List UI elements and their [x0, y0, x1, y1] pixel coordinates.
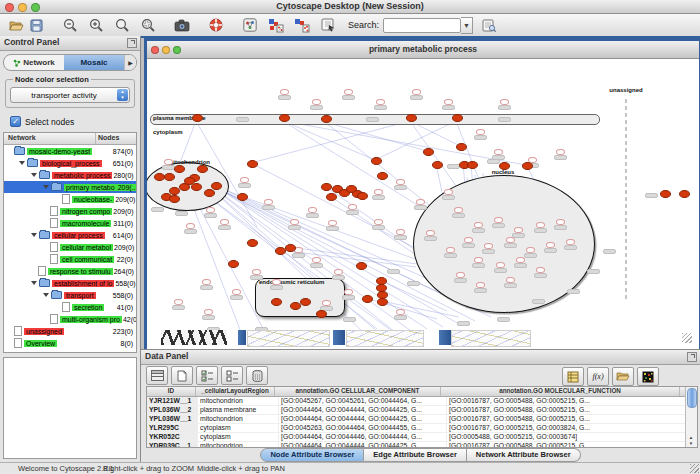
float-panel-icon[interactable] [127, 38, 137, 48]
selected-gene-node[interactable] [300, 298, 311, 306]
tree-column-nodes[interactable]: Nodes [95, 133, 136, 144]
apply-layout-alt-button[interactable] [292, 16, 312, 34]
selected-gene-node[interactable] [184, 177, 195, 185]
selected-gene-node[interactable] [456, 143, 467, 151]
selected-gene-node[interactable] [247, 239, 258, 247]
tree-row[interactable]: cellular metabol209(0) [4, 241, 136, 253]
import-attributes-button[interactable] [612, 367, 634, 386]
expander-icon[interactable] [43, 185, 49, 189]
expander-icon[interactable] [31, 281, 37, 285]
selected-gene-node[interactable] [285, 244, 296, 252]
tree-row[interactable]: biological_process651(0) [4, 157, 136, 169]
expander-icon[interactable] [31, 173, 37, 177]
tree-row[interactable]: establishment of lo558(0) [4, 277, 136, 289]
background-window-fragment[interactable] [439, 330, 451, 345]
selected-gene-node[interactable] [326, 193, 337, 201]
scrollbar-thumb[interactable] [687, 388, 697, 408]
selected-gene-node[interactable] [154, 173, 165, 181]
selected-gene-node[interactable] [357, 192, 368, 200]
tree-row[interactable]: macromolecule311(0) [4, 217, 136, 229]
selected-gene-node[interactable] [660, 190, 671, 198]
zoom-fit-button[interactable] [112, 16, 132, 34]
background-window-fragment[interactable] [247, 330, 330, 347]
select-all-attributes-button[interactable] [196, 366, 218, 385]
selected-gene-node[interactable] [204, 189, 215, 197]
selected-gene-node[interactable] [356, 262, 367, 270]
selected-gene-node[interactable] [279, 114, 290, 122]
tree-row[interactable]: secretion41(0) [4, 301, 136, 313]
tree-row[interactable]: nucleobase-209(0) [4, 193, 136, 205]
selected-gene-node[interactable] [362, 295, 373, 303]
selected-gene-node[interactable] [377, 298, 388, 306]
selected-gene-node[interactable] [371, 157, 382, 165]
tab-network-attribute-browser[interactable]: Network Attribute Browser [467, 448, 581, 462]
selected-gene-node[interactable] [237, 193, 248, 201]
float-data-panel-icon[interactable] [687, 352, 697, 362]
expander-icon[interactable] [31, 233, 37, 237]
window-resize-grip[interactable] [682, 333, 692, 343]
selected-gene-node[interactable] [499, 162, 510, 170]
zoom-in-button[interactable] [86, 16, 106, 34]
select-nodes-checkbox[interactable]: ✓ [10, 116, 21, 127]
open-session-button[interactable] [6, 16, 26, 34]
selected-gene-node[interactable] [271, 298, 282, 306]
background-window-fragment[interactable] [161, 330, 227, 345]
more-tabs-button[interactable]: ▶ [124, 55, 136, 70]
expander-icon[interactable] [43, 293, 49, 297]
column-id[interactable]: ID [147, 387, 196, 396]
selected-gene-node[interactable] [406, 114, 417, 122]
network-window-titlebar[interactable]: primary metabolic process [147, 41, 699, 59]
advanced-search-button[interactable] [479, 16, 499, 34]
tab-edge-attribute-browser[interactable]: Edge Attribute Browser [364, 448, 466, 462]
expander-icon[interactable] [19, 161, 25, 165]
tree-row[interactable]: multi-organism pro42(0) [4, 313, 136, 325]
apply-layout-button[interactable] [266, 16, 286, 34]
create-attribute-button[interactable] [171, 366, 193, 385]
selected-gene-node[interactable] [377, 172, 388, 180]
tree-row[interactable]: mosaic-demo-yeast874(0) [4, 145, 136, 157]
help-button[interactable] [206, 16, 226, 34]
save-session-button[interactable] [26, 16, 46, 34]
selected-gene-node[interactable] [452, 114, 463, 122]
background-window-fragment[interactable] [333, 330, 345, 345]
select-attributes-button[interactable] [146, 366, 168, 385]
tab-network[interactable]: Network [4, 55, 64, 70]
selected-gene-node[interactable] [169, 195, 180, 203]
matrix-view-button[interactable] [637, 367, 659, 386]
column-cellular-layout-region[interactable]: _cellularLayoutRegion [196, 387, 275, 396]
tab-mosaic[interactable]: Mosaic [64, 55, 124, 70]
selected-gene-node[interactable] [290, 302, 301, 310]
table-row[interactable]: YKR052Ccytoplasm[GO:0044464, GO:0044446,… [147, 433, 697, 442]
selected-gene-node[interactable] [228, 260, 239, 268]
tab-node-attribute-browser[interactable]: Node Attribute Browser [260, 448, 364, 462]
tree-row[interactable]: unassigned223(0) [4, 325, 136, 337]
selected-gene-node[interactable] [197, 165, 208, 173]
app-resize-grip[interactable] [690, 464, 699, 473]
selected-gene-node[interactable] [174, 165, 185, 173]
tree-column-network[interactable]: Network [4, 133, 95, 144]
tree-row[interactable]: cell communicat22(0) [4, 253, 136, 265]
attribute-editor-button[interactable] [562, 367, 584, 386]
selected-gene-node[interactable] [192, 114, 203, 122]
tree-row[interactable]: metabolic process280(0) [4, 169, 136, 181]
birds-eye-view[interactable] [3, 357, 137, 459]
zoom-out-button[interactable] [60, 16, 80, 34]
table-scrollbar[interactable]: ▲▼ [685, 387, 697, 447]
tree-row[interactable]: transport558(0) [4, 289, 136, 301]
network-overview-button[interactable] [240, 16, 260, 34]
search-input[interactable] [383, 18, 461, 33]
selected-gene-node[interactable] [423, 148, 434, 156]
tree-row[interactable]: primary metabo209(... [4, 181, 136, 193]
selected-gene-node[interactable] [275, 247, 286, 255]
scrollbar-arrows[interactable]: ▲▼ [686, 435, 696, 447]
selected-gene-node[interactable] [321, 115, 332, 123]
table-row[interactable]: YPL036W__2plasma membrane[GO:0044464, GO… [147, 406, 697, 415]
table-row[interactable]: YPL036W__1mitochondrion[GO:0044464, GO:0… [147, 415, 697, 424]
delete-attribute-button[interactable] [246, 366, 268, 385]
tree-row[interactable]: nitrogen compo209(0) [4, 205, 136, 217]
table-row[interactable]: YJR121W__1mitochondrion[GO:0045267, GO:0… [147, 397, 697, 406]
selected-gene-node[interactable] [316, 310, 327, 318]
search-dropdown-button[interactable]: ▼ [461, 17, 473, 34]
tree-row[interactable]: response to stimulu264(0) [4, 265, 136, 277]
column-go-cellular-component[interactable]: annotation.GO CELLULAR_COMPONENT [275, 387, 441, 396]
